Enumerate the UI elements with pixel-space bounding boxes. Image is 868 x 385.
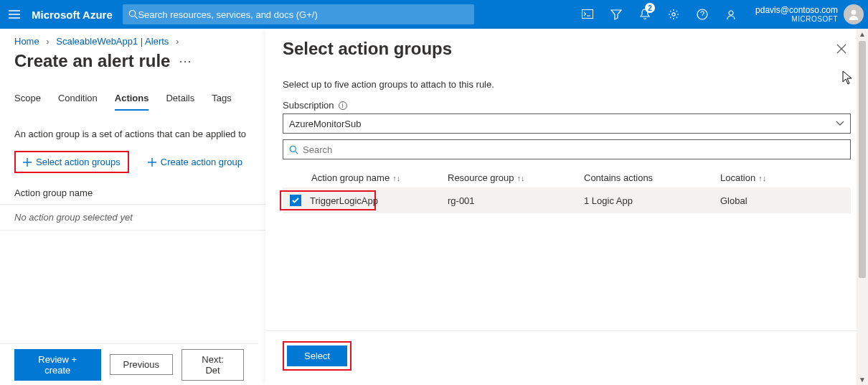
cell-action-group-name: TriggerLogicApp bbox=[310, 195, 374, 206]
previous-button[interactable]: Previous bbox=[110, 354, 174, 375]
sort-icon: ↑↓ bbox=[392, 174, 400, 182]
checkmark-icon bbox=[292, 198, 299, 203]
account-menu[interactable]: pdavis@contoso.com MICROSOFT bbox=[745, 4, 868, 24]
hamburger-icon bbox=[9, 10, 20, 19]
close-icon bbox=[836, 44, 846, 54]
feedback-button[interactable] bbox=[717, 0, 745, 29]
panel-description: Select up to five action groups to attac… bbox=[283, 79, 851, 90]
help-button[interactable] bbox=[688, 0, 717, 29]
next-button[interactable]: Next: Det bbox=[181, 349, 244, 381]
col-location[interactable]: Location↑↓ bbox=[720, 172, 851, 183]
sort-icon: ↑↓ bbox=[517, 174, 525, 182]
col-contains-actions[interactable]: Contains actions bbox=[584, 172, 720, 183]
help-icon bbox=[697, 9, 708, 20]
azure-topbar: Microsoft Azure 2 pdavis@contoso.com MIC… bbox=[0, 0, 868, 29]
notifications-button[interactable]: 2 bbox=[631, 0, 659, 29]
table-header: Action group name↑↓ Resource group↑↓ Con… bbox=[283, 168, 851, 187]
chevron-right-icon: › bbox=[46, 36, 49, 47]
subscription-label: Subscription i bbox=[283, 100, 851, 111]
tab-details[interactable]: Details bbox=[166, 93, 194, 111]
svg-point-5 bbox=[729, 11, 733, 15]
chevron-right-icon: › bbox=[176, 36, 179, 47]
panel-close-button[interactable] bbox=[832, 40, 851, 58]
scroll-down-arrow[interactable]: ▼ bbox=[859, 374, 866, 385]
svg-point-7 bbox=[290, 146, 296, 152]
cell-resource-group: rg-001 bbox=[448, 195, 584, 206]
tab-condition[interactable]: Condition bbox=[58, 93, 98, 111]
filter-icon bbox=[610, 9, 622, 20]
account-email: pdavis@contoso.com bbox=[755, 6, 838, 15]
search-icon bbox=[289, 145, 298, 154]
brand[interactable]: Microsoft Azure bbox=[29, 9, 123, 21]
svg-line-1 bbox=[135, 16, 138, 19]
menu-button[interactable] bbox=[0, 0, 29, 29]
subscription-value: AzureMonitorSub bbox=[289, 119, 361, 129]
more-actions-button[interactable]: ⋯ bbox=[179, 53, 192, 69]
wizard-footer: Review + create Previous Next: Det bbox=[0, 343, 258, 385]
tab-actions[interactable]: Actions bbox=[115, 93, 149, 111]
global-search-input[interactable] bbox=[138, 9, 468, 20]
account-text: pdavis@contoso.com MICROSOFT bbox=[755, 6, 838, 23]
info-icon[interactable]: i bbox=[339, 101, 347, 110]
col-action-group-name[interactable]: Action group name↑↓ bbox=[311, 172, 448, 183]
chevron-down-icon bbox=[836, 121, 844, 126]
action-groups-table: Action group name↑↓ Resource group↑↓ Con… bbox=[283, 168, 851, 213]
select-action-groups-label: Select action groups bbox=[36, 157, 121, 167]
svg-line-8 bbox=[296, 151, 298, 154]
table-row[interactable]: TriggerLogicApp rg-001 1 Logic App Globa… bbox=[283, 187, 851, 213]
svg-point-0 bbox=[129, 10, 135, 16]
feedback-icon bbox=[725, 9, 737, 20]
global-search[interactable] bbox=[123, 4, 474, 24]
select-action-groups-link[interactable]: Select action groups bbox=[14, 151, 129, 173]
svg-point-3 bbox=[672, 13, 675, 16]
cell-location: Global bbox=[720, 195, 851, 206]
scroll-thumb[interactable] bbox=[859, 41, 866, 278]
subscription-select[interactable]: AzureMonitorSub bbox=[283, 113, 851, 134]
search-icon bbox=[128, 9, 138, 19]
person-icon bbox=[847, 8, 860, 21]
action-group-search-input[interactable] bbox=[303, 144, 844, 155]
tab-tags[interactable]: Tags bbox=[212, 93, 231, 111]
action-group-search[interactable] bbox=[283, 139, 851, 159]
cloud-shell-button[interactable] bbox=[573, 0, 602, 29]
panel-footer: Select bbox=[265, 330, 868, 385]
plus-icon bbox=[148, 158, 156, 167]
avatar bbox=[844, 4, 864, 24]
panel-title: Select action groups bbox=[283, 39, 832, 59]
panel-select-button[interactable]: Select bbox=[287, 345, 347, 366]
page-title: Create an alert rule bbox=[14, 51, 170, 71]
breadcrumb-parent[interactable]: ScaleableWebApp1 | Alerts bbox=[56, 36, 169, 47]
sort-icon: ↑↓ bbox=[758, 174, 766, 182]
directory-filter-button[interactable] bbox=[602, 0, 631, 29]
review-create-button[interactable]: Review + create bbox=[14, 349, 101, 381]
settings-button[interactable] bbox=[659, 0, 688, 29]
svg-point-6 bbox=[852, 10, 857, 15]
panel-scrollbar[interactable]: ▲ ▼ bbox=[857, 29, 868, 385]
cell-contains-actions: 1 Logic App bbox=[584, 195, 720, 206]
gear-icon bbox=[668, 9, 679, 20]
col-resource-group[interactable]: Resource group↑↓ bbox=[448, 172, 584, 183]
svg-rect-2 bbox=[582, 10, 593, 19]
breadcrumb-home[interactable]: Home bbox=[14, 36, 39, 47]
notification-badge: 2 bbox=[645, 3, 655, 13]
cloud-shell-icon bbox=[582, 9, 593, 19]
create-action-group-link[interactable]: Create action group bbox=[141, 152, 250, 172]
scroll-up-arrow[interactable]: ▲ bbox=[859, 29, 866, 40]
account-tenant: MICROSOFT bbox=[755, 15, 838, 23]
create-action-group-label: Create action group bbox=[161, 157, 242, 167]
row-checkbox[interactable] bbox=[290, 195, 301, 206]
select-action-groups-panel: Select action groups Select up to five a… bbox=[265, 29, 868, 385]
plus-icon bbox=[23, 158, 32, 167]
tab-scope[interactable]: Scope bbox=[14, 93, 41, 111]
